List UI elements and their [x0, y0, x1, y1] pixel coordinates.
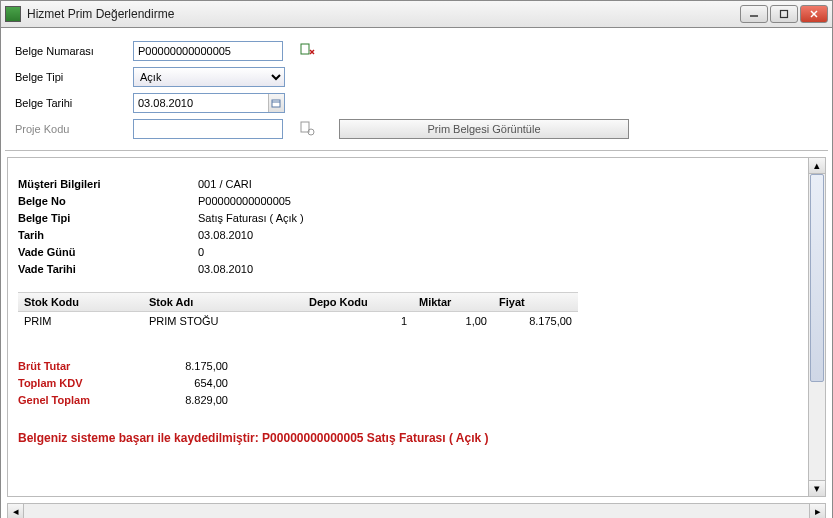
customer-value: 001 / CARI	[198, 176, 252, 193]
vat-value: 654,00	[168, 375, 228, 392]
svg-rect-5	[272, 100, 280, 107]
close-button[interactable]	[800, 5, 828, 23]
doc-date-picker-button[interactable]	[268, 94, 284, 112]
success-message: Belgeniz sisteme başarı ile kaydedilmişt…	[18, 431, 798, 445]
totals-block: Brüt Tutar8.175,00 Toplam KDV654,00 Gene…	[18, 358, 798, 409]
info-duedate-label: Vade Tarihi	[18, 261, 198, 278]
cell-warehouse: 1	[303, 312, 413, 330]
doc-type-label: Belge Tipi	[15, 71, 133, 83]
horizontal-scrollbar[interactable]: ◂ ▸	[7, 503, 826, 518]
maximize-button[interactable]	[770, 5, 798, 23]
col-stock-name: Stok Adı	[143, 293, 303, 311]
stock-grid: Stok Kodu Stok Adı Depo Kodu Miktar Fiya…	[18, 292, 578, 330]
maximize-icon	[779, 9, 789, 19]
col-price: Fiyat	[493, 293, 578, 311]
vat-label: Toplam KDV	[18, 375, 168, 392]
view-prime-doc-button[interactable]: Prim Belgesi Görüntüle	[339, 119, 629, 139]
gross-label: Brüt Tutar	[18, 358, 168, 375]
lookup-icon	[300, 121, 316, 137]
info-doctype-label: Belge Tipi	[18, 210, 198, 227]
col-qty: Miktar	[413, 293, 493, 311]
vscroll-track[interactable]	[809, 174, 825, 480]
col-stock-code: Stok Kodu	[18, 293, 143, 311]
info-dueday-label: Vade Günü	[18, 244, 198, 261]
doc-date-label: Belge Tarihi	[15, 97, 133, 109]
app-icon	[5, 6, 21, 22]
calendar-icon	[271, 98, 281, 108]
info-doctype-value: Satış Faturası ( Açık )	[198, 210, 304, 227]
info-dueday-value: 0	[198, 244, 204, 261]
cell-qty: 1,00	[413, 312, 493, 330]
minimize-icon	[749, 9, 759, 19]
doc-date-input[interactable]	[134, 96, 268, 110]
scroll-right-arrow[interactable]: ▸	[809, 504, 825, 518]
gross-value: 8.175,00	[168, 358, 228, 375]
grand-label: Genel Toplam	[18, 392, 168, 409]
doc-type-select[interactable]: Açık	[133, 67, 285, 87]
info-docno-value: P00000000000005	[198, 193, 291, 210]
window-title: Hizmet Prim Değerlendirme	[27, 7, 740, 21]
view-prime-doc-label: Prim Belgesi Görüntüle	[427, 123, 540, 135]
cell-stock-name: PRIM STOĞU	[143, 312, 303, 330]
scroll-down-arrow[interactable]: ▾	[809, 480, 825, 496]
col-warehouse: Depo Kodu	[303, 293, 413, 311]
svg-rect-7	[301, 122, 309, 132]
svg-rect-4	[301, 44, 309, 54]
cell-stock-code: PRIM	[18, 312, 143, 330]
header-form: Belge Numarası Belge Tipi Açık Belge Tar…	[1, 28, 832, 150]
scroll-up-arrow[interactable]: ▴	[809, 158, 825, 174]
cell-price: 8.175,00	[493, 312, 578, 330]
grid-header-row: Stok Kodu Stok Adı Depo Kodu Miktar Fiya…	[18, 292, 578, 312]
info-docno-label: Belge No	[18, 193, 198, 210]
lookup-icon	[300, 43, 316, 59]
vscroll-thumb[interactable]	[810, 174, 824, 382]
vertical-scrollbar[interactable]: ▴ ▾	[809, 157, 826, 497]
customer-label: Müşteri Bilgileri	[18, 176, 198, 193]
info-date-label: Tarih	[18, 227, 198, 244]
svg-rect-1	[781, 11, 788, 18]
grid-row: PRIM PRIM STOĞU 1 1,00 8.175,00	[18, 312, 578, 330]
scroll-left-arrow[interactable]: ◂	[8, 504, 24, 518]
project-code-lookup-button[interactable]	[299, 120, 317, 138]
info-duedate-value: 03.08.2010	[198, 261, 253, 278]
grand-value: 8.829,00	[168, 392, 228, 409]
window-titlebar: Hizmet Prim Değerlendirme	[0, 0, 833, 28]
project-code-label: Proje Kodu	[15, 123, 133, 135]
close-icon	[809, 9, 819, 19]
doc-number-label: Belge Numarası	[15, 45, 133, 57]
doc-number-input[interactable]	[133, 41, 283, 61]
detail-panel: Müşteri Bilgileri001 / CARI Belge NoP000…	[7, 157, 809, 497]
info-date-value: 03.08.2010	[198, 227, 253, 244]
hscroll-track[interactable]	[24, 504, 809, 518]
project-code-input[interactable]	[133, 119, 283, 139]
minimize-button[interactable]	[740, 5, 768, 23]
doc-number-lookup-button[interactable]	[299, 42, 317, 60]
